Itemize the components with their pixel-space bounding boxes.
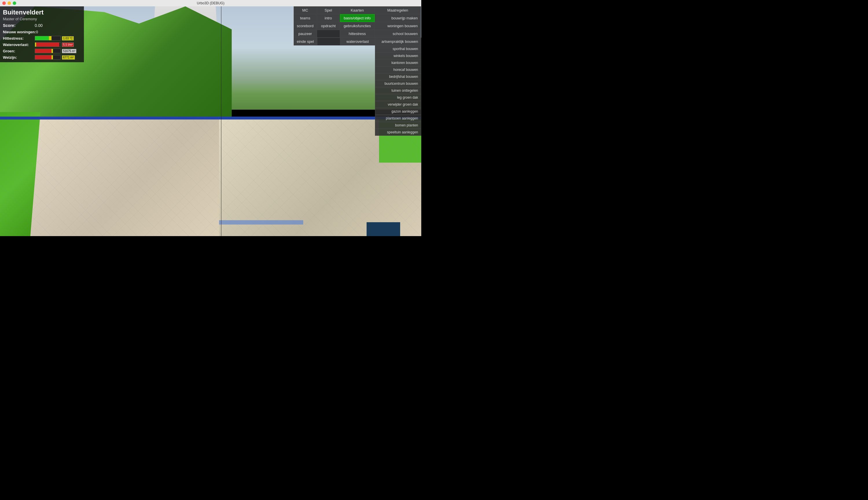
- nav-row-buurtcentrum: buurtcentrum bouwen: [294, 80, 421, 87]
- hittestress-value: 1.03 °C: [62, 36, 74, 41]
- titlebar-buttons: [2, 1, 16, 5]
- nav-kantoren-bouwen[interactable]: kantoren bouwen: [375, 59, 421, 66]
- nav-row-plantsoen: plantsoen aanleggen: [294, 115, 421, 122]
- nav-teams[interactable]: teams: [294, 14, 317, 22]
- scene-dark-shape: [367, 222, 400, 236]
- nav-opdracht[interactable]: opdracht: [317, 22, 340, 30]
- nav-row-tuinen: tuinen onttegelen: [294, 87, 421, 94]
- titlebar-title: Urbo3D (DEBUG): [197, 1, 224, 5]
- nav-buurtcentrum-bouwen[interactable]: buurtcentrum bouwen: [375, 80, 421, 87]
- nav-bomen-planten[interactable]: bomen planten: [375, 122, 421, 129]
- wateroverlast-value: 5.5 l/m²: [62, 43, 74, 47]
- titlebar: Urbo3D (DEBUG): [0, 0, 421, 7]
- nav-bouwrijp-maken[interactable]: bouwrijp maken: [375, 14, 421, 22]
- nav-row-gazon: gazon aanleggen: [294, 108, 421, 115]
- nav-woningen-bouwen[interactable]: woningen bouwen: [375, 22, 421, 30]
- nav-row-5: einde spel wateroverlast artsenpraktijk …: [294, 38, 421, 45]
- welzijn-label: Welzijn:: [3, 55, 35, 60]
- nav-empty-4: [317, 30, 340, 38]
- welzijn-bar: 6771 m²: [35, 55, 81, 60]
- nav-horecaf-bouwen[interactable]: horecaf bouwen: [375, 66, 421, 73]
- close-button[interactable]: [2, 1, 6, 5]
- nieuwe-woningen-label: Nieuwe woningen:: [3, 30, 36, 34]
- nav-row-winkels: winkels bouwen: [294, 53, 421, 59]
- nav-einde-spel[interactable]: einde spel: [294, 38, 317, 45]
- nieuwe-woningen-value: 0: [36, 30, 38, 34]
- nav-mc[interactable]: MC: [294, 7, 317, 14]
- nav-speeltuin-aanleggen[interactable]: speeltuin aanleggen: [375, 129, 421, 136]
- nav-pauzeer[interactable]: pauzeer: [294, 30, 317, 38]
- welzijn-row: Welzijn: 6771 m²: [0, 54, 84, 60]
- groen-label: Groen:: [3, 49, 35, 53]
- score-row: Score: 0.00: [0, 22, 84, 29]
- nieuwe-woningen-row: Nieuwe woningen: 0: [0, 29, 84, 35]
- nav-row-1: MC Spel Kaarten Maatregelen: [294, 7, 421, 14]
- nav-wateroverlast[interactable]: wateroverlast: [340, 38, 375, 45]
- nav-gebruiksfuncties[interactable]: gebruiksfuncties: [340, 22, 375, 30]
- nav-winkels-bouwen[interactable]: winkels bouwen: [375, 53, 421, 59]
- nav-tuinen-onttegelen[interactable]: tuinen onttegelen: [375, 87, 421, 94]
- groen-bar: 51675 m²: [35, 49, 81, 53]
- nav-empty-5: [317, 38, 340, 45]
- nav-row-2: teams intro basis/object info bouwrijp m…: [294, 14, 421, 22]
- info-panel-role: Master of Ceremony: [0, 17, 84, 22]
- hittestress-bar: 1.03 °C: [35, 36, 81, 41]
- nav-row-bomen: bomen planten: [294, 122, 421, 129]
- nav-panel: MC Spel Kaarten Maatregelen teams intro …: [294, 7, 421, 136]
- maximize-button[interactable]: [13, 1, 16, 5]
- score-label: Score:: [3, 23, 35, 28]
- scene-water-bottom: [219, 220, 303, 225]
- nav-kaarten[interactable]: Kaarten: [340, 7, 375, 14]
- nav-sporthal-bouwen[interactable]: sporthal bouwen: [375, 45, 421, 53]
- nav-spel[interactable]: Spel: [317, 7, 340, 14]
- groen-value: 51675 m²: [62, 49, 76, 53]
- viewport: Buitenveldert Master of Ceremony Score: …: [0, 7, 421, 236]
- nav-row-kantoren: kantoren bouwen: [294, 59, 421, 66]
- nav-row-4: pauzeer hittestress school bouwen: [294, 30, 421, 38]
- welzijn-track: [35, 55, 61, 60]
- nav-row-sporthal: sporthal bouwen: [294, 45, 421, 53]
- wateroverlast-label: Wateroverlast:: [3, 43, 35, 47]
- hittestress-row: Hittestress: 1.03 °C: [0, 35, 84, 41]
- scene-divider: [221, 7, 221, 236]
- nav-row-bedrijfshal: bedrijfshal bouwen: [294, 73, 421, 80]
- minimize-button[interactable]: [8, 1, 11, 5]
- nav-verwijder-groen-dak[interactable]: verwijder groen dak: [375, 101, 421, 108]
- nav-plantsoen-aanleggen[interactable]: plantsoen aanleggen: [375, 115, 421, 122]
- hittestress-track: [35, 36, 61, 41]
- wateroverlast-bar: 5.5 l/m²: [35, 42, 81, 47]
- nav-row-speeltuin: speeltuin aanleggen: [294, 129, 421, 136]
- nav-basis-object-info[interactable]: basis/object info: [340, 14, 375, 22]
- groen-row: Groen: 51675 m²: [0, 48, 84, 54]
- nav-gazon-aanleggen[interactable]: gazon aanleggen: [375, 108, 421, 115]
- nav-row-horecaf: horecaf bouwen: [294, 66, 421, 73]
- nav-row-3: scorebord opdracht gebruiksfuncties woni…: [294, 22, 421, 30]
- info-panel-title: Buitenveldert: [0, 7, 84, 17]
- nav-hittestress[interactable]: hittestress: [340, 30, 375, 38]
- nav-leg-groen-dak[interactable]: leg groen dak: [375, 94, 421, 101]
- wateroverlast-row: Wateroverlast: 5.5 l/m²: [0, 41, 84, 48]
- score-value: 0.00: [35, 23, 43, 28]
- welzijn-value: 6771 m²: [62, 55, 75, 60]
- info-panel: Buitenveldert Master of Ceremony Score: …: [0, 7, 84, 62]
- wateroverlast-track: [35, 42, 61, 47]
- nav-row-verwijder-groen-dak: verwijder groen dak: [294, 101, 421, 108]
- hittestress-label: Hittestress:: [3, 36, 35, 41]
- groen-track: [35, 49, 61, 53]
- nav-scorebord[interactable]: scorebord: [294, 22, 317, 30]
- nav-row-groen-dak: leg groen dak: [294, 94, 421, 101]
- scene-terrain-texture: [0, 119, 421, 236]
- nav-artsenpraktijk-bouwen[interactable]: artsenpraktijk bouwen: [375, 38, 421, 45]
- nav-intro[interactable]: intro: [317, 14, 340, 22]
- nav-bedrijfshal-bouwen[interactable]: bedrijfshal bouwen: [375, 73, 421, 80]
- nav-maatregelen-header[interactable]: Maatregelen: [375, 7, 421, 14]
- nav-school-bouwen[interactable]: school bouwen: [375, 30, 421, 38]
